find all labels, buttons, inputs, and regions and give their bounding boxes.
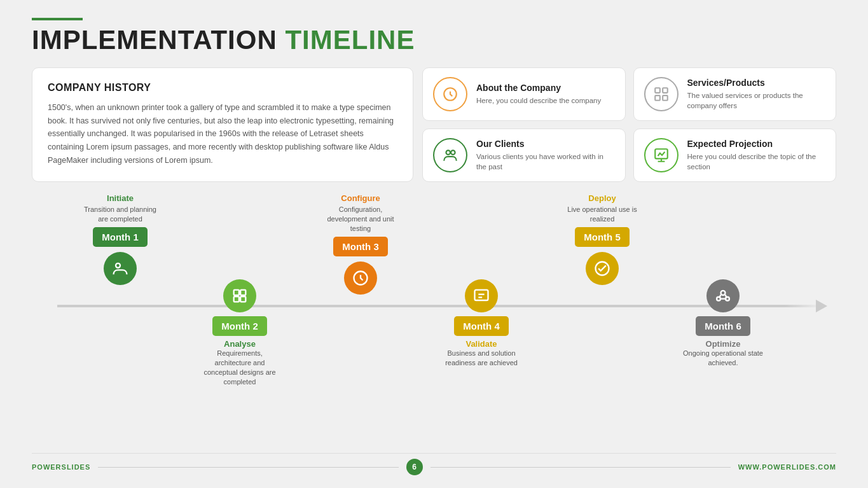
services-icon (644, 77, 679, 111)
services-desc: The valued services or products the comp… (687, 90, 826, 111)
info-card-projection: Expected Projection Here you could descr… (633, 129, 837, 182)
month1-badge: Month 1 (93, 227, 148, 247)
month2-circle (223, 279, 256, 312)
timeline-node-month1: Initiate Transition and planning are com… (79, 193, 162, 285)
timeline-arrow (816, 300, 827, 312)
company-history-title: COMPANY HISTORY (48, 82, 397, 94)
footer: POWERSLIDES 6 WWW.POWERLIDES.COM (32, 453, 836, 475)
month5-label: Deploy (588, 193, 616, 203)
page-title: IMPLEMENTATION TIMELINE (32, 25, 836, 55)
clients-desc: Various clients you have worked with in … (476, 151, 615, 172)
projection-text: Expected Projection Here you could descr… (687, 139, 826, 172)
svg-rect-1 (655, 88, 660, 93)
month6-badge: Month 6 (696, 316, 750, 336)
svg-point-8 (116, 263, 120, 268)
about-company-icon (433, 77, 467, 111)
svg-point-5 (446, 151, 451, 155)
timeline-node-month5: Deploy Live operational use is realized … (561, 193, 644, 285)
projection-desc: Here you could describe the topic of the… (687, 151, 826, 172)
svg-rect-4 (663, 95, 668, 101)
about-company-title: About the Company (476, 83, 601, 93)
month6-desc: Ongoing operational state achieved. (682, 349, 764, 368)
month6-circle (706, 279, 740, 312)
month4-badge: Month 4 (454, 316, 509, 336)
clients-title: Our Clients (476, 139, 615, 149)
header-accent-line (32, 18, 83, 20)
timeline-node-month2: Month 2 Analyse Requirements, architectu… (198, 279, 281, 386)
info-card-clients: Our Clients Various clients you have wor… (422, 129, 626, 182)
month6-label: Optimize (706, 339, 741, 349)
info-card-services: Services/Products The valued services or… (633, 67, 837, 121)
month5-circle (586, 252, 619, 285)
title-part2: TIMELINE (285, 25, 415, 55)
month1-desc: Transition and planning are completed (79, 205, 162, 224)
projection-title: Expected Projection (687, 139, 826, 149)
company-history-body: 1500's, when an unknown printer took a g… (48, 101, 397, 167)
month4-desc: Business and solution readiness are achi… (440, 349, 523, 368)
month2-desc: Requirements, architecture and conceptua… (198, 349, 281, 386)
projection-icon (644, 138, 679, 172)
month3-label: Configure (341, 193, 380, 203)
top-section: COMPANY HISTORY 1500's, when an unknown … (32, 67, 836, 182)
info-card-about-company: About the Company Here, you could descri… (422, 67, 626, 121)
svg-rect-11 (234, 296, 239, 302)
footer-brand-left: POWERSLIDES (32, 463, 90, 471)
svg-point-16 (721, 291, 726, 295)
month5-desc: Live operational use is realized (561, 205, 644, 224)
title-part1: IMPLEMENTATION (32, 25, 285, 55)
info-cards-grid: About the Company Here, you could descri… (422, 67, 836, 182)
month3-badge: Month 3 (333, 237, 388, 256)
month3-circle (344, 261, 377, 295)
month3-desc: Configuration, development and unit test… (319, 205, 402, 234)
month4-label: Validate (465, 339, 497, 349)
services-title: Services/Products (687, 78, 826, 88)
month1-circle (104, 252, 137, 285)
footer-line-left (98, 467, 398, 468)
month1-label: Initiate (107, 193, 134, 203)
svg-point-6 (451, 151, 455, 155)
svg-rect-2 (663, 88, 668, 93)
month2-label: Analyse (224, 339, 256, 349)
clients-icon (433, 138, 467, 172)
svg-rect-10 (240, 290, 245, 295)
timeline-node-month6: Month 6 Optimize Ongoing operational sta… (682, 279, 764, 368)
month2-badge: Month 2 (212, 316, 267, 336)
header: IMPLEMENTATION TIMELINE (32, 18, 836, 55)
svg-rect-9 (234, 290, 239, 295)
company-history-card: COMPANY HISTORY 1500's, when an unknown … (32, 67, 413, 182)
footer-page-number: 6 (406, 459, 423, 475)
timeline-section: Initiate Transition and planning are com… (32, 193, 836, 453)
footer-line-right (431, 467, 731, 468)
timeline-node-month4: Month 4 Validate Business and solution r… (440, 279, 523, 368)
about-company-desc: Here, you could describe the company (476, 95, 601, 106)
services-text: Services/Products The valued services or… (687, 78, 826, 111)
timeline-line (57, 305, 823, 307)
svg-rect-3 (655, 95, 660, 101)
month4-circle (465, 279, 498, 312)
page: IMPLEMENTATION TIMELINE COMPANY HISTORY … (0, 0, 868, 488)
about-company-text: About the Company Here, you could descri… (476, 83, 601, 106)
clients-text: Our Clients Various clients you have wor… (476, 139, 615, 172)
month5-badge: Month 5 (575, 227, 630, 247)
svg-rect-12 (240, 296, 245, 302)
footer-website: WWW.POWERLIDES.COM (738, 463, 836, 471)
timeline-node-month3: Configure Configuration, development and… (319, 193, 402, 295)
